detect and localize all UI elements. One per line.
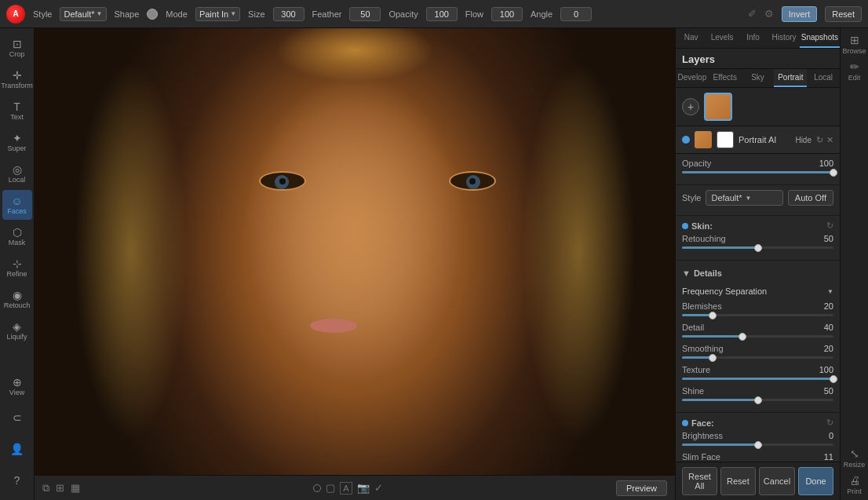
tab-snapshots[interactable]: Snapshots (800, 28, 840, 48)
subtab-local[interactable]: Local (807, 69, 840, 87)
frame-icon[interactable]: ⊞ (56, 482, 64, 494)
face-reset-icon[interactable]: ↻ (826, 418, 833, 428)
sidebar-item-retouch[interactable]: ◉ Retouch (2, 284, 32, 314)
face-section: Face: ↻ Brightness 0 Slim Face (676, 413, 840, 462)
print-button[interactable]: 🖨 Print (842, 472, 867, 497)
resize-button[interactable]: ⤡ Resize (842, 445, 867, 470)
subtab-portrait[interactable]: Portrait (774, 69, 807, 87)
panel-content: Opacity 100 Style Default* ▼ (676, 154, 840, 462)
freq-sep-row: Frequency Separation ▼ (682, 284, 833, 298)
flow-input[interactable] (491, 7, 523, 21)
edit-button[interactable]: ✏ Edit (842, 58, 867, 83)
texture-thumb[interactable] (830, 375, 837, 383)
lasso-icon: ⊂ (13, 412, 22, 423)
shine-thumb[interactable] (754, 396, 762, 404)
sidebar-item-help[interactable]: ? (2, 465, 32, 495)
smoothing-track (682, 356, 833, 359)
edit-label: Edit (848, 74, 861, 82)
skin-dot (682, 223, 688, 229)
sidebar-item-text[interactable]: T Text (2, 96, 32, 126)
shine-label: Shine (682, 386, 704, 396)
smoothing-slider[interactable] (682, 356, 833, 359)
sidebar-item-mask[interactable]: ⬡ Mask (2, 221, 32, 251)
sidebar-item-super[interactable]: ✦ Super (2, 127, 32, 157)
details-section: ▼ Details Frequency Separation ▼ Blemish… (676, 261, 840, 413)
blemishes-slider[interactable] (682, 314, 833, 316)
camera-icon[interactable]: 📷 (357, 482, 370, 494)
style-select[interactable]: Default*▼ (60, 7, 106, 21)
sidebar-item-faces[interactable]: ☺ Faces (2, 190, 32, 220)
tab-levels[interactable]: Levels (706, 28, 737, 48)
detail-thumb[interactable] (739, 333, 746, 341)
tab-nav[interactable]: Nav (676, 28, 706, 48)
retouching-track (682, 246, 833, 249)
subtab-develop[interactable]: Develop (676, 69, 709, 87)
subtab-effects[interactable]: Effects (709, 69, 742, 87)
layer-thumbnail[interactable] (704, 93, 732, 121)
shine-slider[interactable] (682, 399, 833, 401)
details-header[interactable]: ▼ Details (682, 265, 833, 281)
sidebar-item-lasso[interactable]: ⊂ (2, 403, 32, 432)
sidebar-item-liquify[interactable]: ◈ Liquify (2, 316, 32, 345)
layer-hide-button[interactable]: Hide (795, 136, 811, 144)
sidebar-item-local[interactable]: ◎ Local (2, 159, 32, 188)
mode-select[interactable]: Paint In▼ (195, 7, 240, 21)
sidebar-item-refine[interactable]: ⊹ Refine (2, 253, 32, 283)
skin-header[interactable]: Skin: ↻ (682, 221, 833, 231)
done-button[interactable]: Done (798, 467, 833, 495)
texture-fill (682, 378, 833, 380)
text-a-icon: A (340, 482, 352, 495)
detail-value: 40 (824, 323, 833, 332)
layer-close-icon[interactable]: ✕ (826, 135, 833, 145)
opacity-input[interactable] (426, 7, 458, 21)
style-section: Style Default* ▼ Auto Off (676, 185, 840, 216)
blemishes-thumb[interactable] (709, 312, 717, 319)
sidebar-item-person[interactable]: 👤 (2, 434, 32, 464)
checkmark-icon[interactable]: ✓ (374, 482, 383, 494)
opacity-slider[interactable] (682, 171, 833, 173)
brightness-slider[interactable] (682, 443, 833, 446)
layers-header: Layers (676, 49, 840, 69)
angle-input[interactable] (560, 7, 592, 21)
browse-button[interactable]: ⊞ Browse (842, 31, 867, 57)
skin-reset-icon[interactable]: ↻ (826, 221, 833, 231)
freq-sep-chevron[interactable]: ▼ (827, 288, 833, 295)
cancel-button[interactable]: Cancel (759, 467, 795, 495)
smoothing-thumb[interactable] (709, 354, 717, 362)
sidebar-item-view[interactable]: ⊕ View (2, 371, 32, 401)
feather-input[interactable] (349, 7, 381, 21)
style-select-panel[interactable]: Default* ▼ (706, 190, 782, 206)
layer-refresh-icon[interactable]: ↻ (816, 135, 823, 145)
reset-all-button[interactable]: Reset All (682, 467, 717, 495)
size-input[interactable] (273, 7, 305, 21)
layer-active-dot (682, 136, 690, 144)
retouching-thumb[interactable] (754, 244, 762, 252)
detail-slider[interactable] (682, 335, 833, 338)
sidebar-item-transform[interactable]: ✛ Transform (2, 64, 32, 94)
invert-button[interactable]: Invert (782, 6, 818, 22)
auto-off-button[interactable]: Auto Off (788, 190, 833, 206)
subtab-sky[interactable]: Sky (742, 69, 775, 87)
reset-button-panel[interactable]: Reset (720, 467, 756, 495)
opacity-thumb[interactable] (830, 169, 837, 177)
eyedropper-icon[interactable]: ✐ (748, 8, 757, 20)
texture-slider[interactable] (682, 378, 833, 380)
preview-button[interactable]: Preview (616, 480, 667, 496)
add-layer-button[interactable]: + (682, 98, 699, 115)
retouching-label: Retouching (682, 234, 726, 243)
brightness-thumb[interactable] (754, 441, 762, 449)
tab-info[interactable]: Info (738, 28, 768, 48)
face-header[interactable]: Face: ↻ (682, 418, 833, 428)
reset-button[interactable]: Reset (825, 6, 862, 22)
tab-history[interactable]: History (768, 28, 799, 48)
sidebar-item-crop[interactable]: ⊡ Crop (2, 33, 32, 63)
shape-circle-icon[interactable] (147, 9, 158, 20)
layers-icon[interactable]: ⧉ (42, 482, 49, 495)
settings-icon[interactable]: ⚙ (764, 8, 774, 20)
opacity-row: Opacity 100 (682, 159, 833, 168)
skin-section: Skin: ↻ Retouching 50 (676, 216, 840, 261)
detail-label: Detail (682, 323, 704, 332)
canvas-image[interactable] (35, 28, 675, 475)
grid-icon[interactable]: ▦ (71, 482, 80, 494)
retouching-slider[interactable] (682, 246, 833, 249)
